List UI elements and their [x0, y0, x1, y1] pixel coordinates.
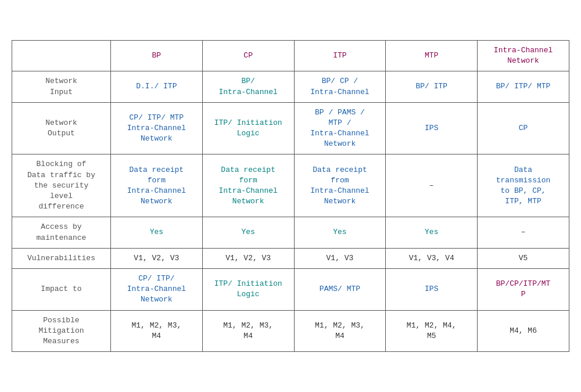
cell-6-1: M1, M2, M3,M4 — [202, 310, 294, 352]
header-itp: ITP — [294, 40, 386, 71]
row-label-6: PossibleMitigationMeasures — [12, 310, 111, 352]
cell-3-2: Yes — [294, 217, 386, 248]
cell-1-4: CP — [478, 102, 569, 154]
cell-5-1: ITP/ InitiationLogic — [202, 268, 294, 310]
security-table: BP CP ITP MTP Intra-ChannelNetwork Netwo… — [12, 40, 569, 352]
cell-4-0: V1, V2, V3 — [110, 248, 202, 268]
cell-6-3: M1, M2, M4,M5 — [386, 310, 478, 352]
header-row: BP CP ITP MTP Intra-ChannelNetwork — [12, 40, 569, 71]
table-row: Impact toCP/ ITP/Intra-ChannelNetworkITP… — [12, 268, 569, 310]
header-cp: CP — [202, 40, 294, 71]
cell-6-2: M1, M2, M3,M4 — [294, 310, 386, 352]
cell-6-0: M1, M2, M3,M4 — [110, 310, 202, 352]
row-label-1: NetworkOutput — [12, 102, 111, 154]
header-bp: BP — [110, 40, 202, 71]
cell-4-4: V5 — [478, 248, 569, 268]
table-row: NetworkInputD.I./ ITPBP/Intra-ChannelBP/… — [12, 71, 569, 102]
cell-0-1: BP/Intra-Channel — [202, 71, 294, 102]
cell-4-1: V1, V2, V3 — [202, 248, 294, 268]
cell-1-2: BP / PAMS /MTP /Intra-ChannelNetwork — [294, 102, 386, 154]
cell-6-4: M4, M6 — [478, 310, 569, 352]
cell-2-3: – — [386, 154, 478, 217]
table-row: NetworkOutputCP/ ITP/ MTPIntra-ChannelNe… — [12, 102, 569, 154]
cell-1-3: IPS — [386, 102, 478, 154]
cell-5-4: BP/CP/ITP/MTP — [478, 268, 569, 310]
header-mtp: MTP — [386, 40, 478, 71]
cell-0-2: BP/ CP /Intra-Channel — [294, 71, 386, 102]
table-row: PossibleMitigationMeasuresM1, M2, M3,M4M… — [12, 310, 569, 352]
row-label-5: Impact to — [12, 268, 111, 310]
cell-0-3: BP/ ITP — [386, 71, 478, 102]
cell-1-0: CP/ ITP/ MTPIntra-ChannelNetwork — [110, 102, 202, 154]
cell-2-0: Data receiptformIntra-ChannelNetwork — [110, 154, 202, 217]
header-empty — [12, 40, 111, 71]
cell-5-3: IPS — [386, 268, 478, 310]
cell-2-4: Datatransmissionto BP, CP,ITP, MTP — [478, 154, 569, 217]
table-row: VulnerabilitiesV1, V2, V3V1, V2, V3V1, V… — [12, 248, 569, 268]
main-table-wrapper: BP CP ITP MTP Intra-ChannelNetwork Netwo… — [12, 40, 569, 352]
row-label-2: Blocking ofData traffic bythe securityle… — [12, 154, 111, 217]
row-label-3: Access bymaintenance — [12, 217, 111, 248]
cell-5-2: PAMS/ MTP — [294, 268, 386, 310]
cell-0-0: D.I./ ITP — [110, 71, 202, 102]
cell-4-2: V1, V3 — [294, 248, 386, 268]
row-label-4: Vulnerabilities — [12, 248, 111, 268]
cell-4-3: V1, V3, V4 — [386, 248, 478, 268]
row-label-0: NetworkInput — [12, 71, 111, 102]
cell-1-1: ITP/ InitiationLogic — [202, 102, 294, 154]
cell-3-1: Yes — [202, 217, 294, 248]
cell-2-2: Data receiptfromIntra-ChannelNetwork — [294, 154, 386, 217]
cell-3-3: Yes — [386, 217, 478, 248]
cell-0-4: BP/ ITP/ MTP — [478, 71, 569, 102]
cell-2-1: Data receiptformIntra-ChannelNetwork — [202, 154, 294, 217]
table-row: Blocking ofData traffic bythe securityle… — [12, 154, 569, 217]
cell-5-0: CP/ ITP/Intra-ChannelNetwork — [110, 268, 202, 310]
table-row: Access bymaintenanceYesYesYesYes– — [12, 217, 569, 248]
cell-3-0: Yes — [110, 217, 202, 248]
cell-3-4: – — [478, 217, 569, 248]
header-intra-channel: Intra-ChannelNetwork — [478, 40, 569, 71]
